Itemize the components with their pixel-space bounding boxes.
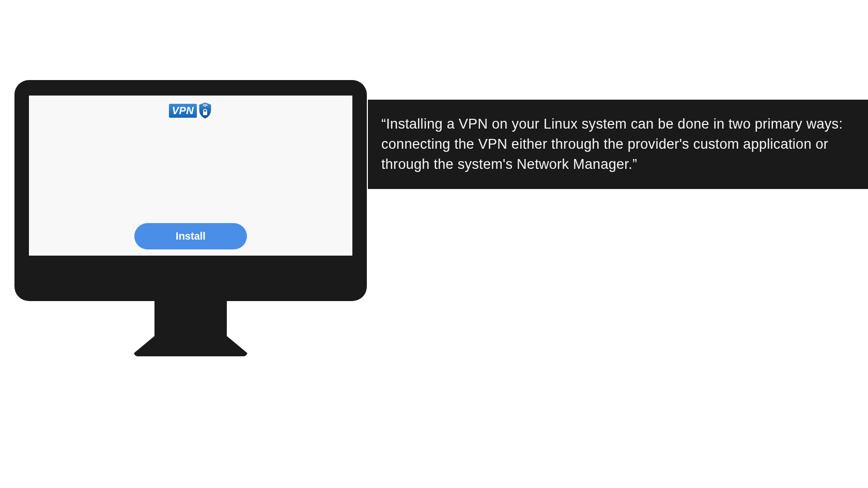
install-button[interactable]: Install: [134, 223, 247, 249]
monitor-stand: [134, 300, 247, 356]
monitor-bezel: VPN: [14, 80, 367, 301]
monitor-screen: VPN: [29, 96, 352, 256]
shield-icon: [198, 102, 212, 119]
monitor-illustration: VPN: [14, 80, 367, 356]
svg-point-0: [205, 106, 206, 107]
vpn-logo-text: VPN: [169, 104, 197, 118]
stand-neck: [154, 300, 227, 336]
stand-base: [134, 330, 247, 356]
vpn-logo: VPN: [169, 102, 213, 119]
quote-banner: “Installing a VPN on your Linux system c…: [368, 100, 868, 189]
quote-text: “Installing a VPN on your Linux system c…: [381, 116, 843, 172]
svg-rect-1: [203, 112, 207, 115]
